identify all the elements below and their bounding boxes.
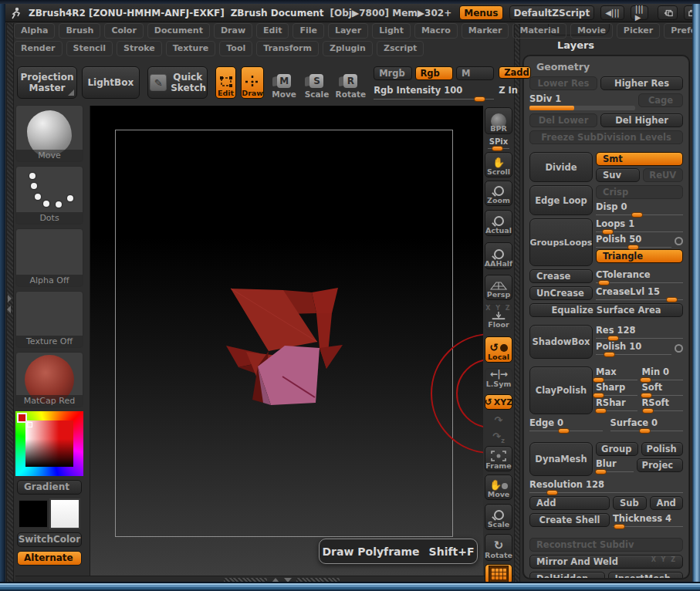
rgb-button[interactable]: Rgb	[415, 66, 453, 80]
menu-item-edit[interactable]: Edit	[256, 23, 289, 39]
add-button[interactable]: Add	[529, 496, 610, 510]
surface0-slider[interactable]: Surface 0	[610, 417, 684, 431]
polish10-slider[interactable]: Polish 10	[596, 341, 671, 355]
menu-item-brush[interactable]: Brush	[59, 23, 100, 39]
current-texture-thumbnail[interactable]: Texture Off	[15, 291, 83, 348]
menu-item-layer[interactable]: Layer	[328, 23, 368, 39]
zadd-button[interactable]: Zadd	[499, 66, 531, 79]
crease-button[interactable]: Crease	[529, 269, 593, 283]
del-lower-button[interactable]: Del Lower	[529, 113, 597, 127]
document-canvas[interactable]: Draw Polyframe Shift+F	[90, 106, 483, 576]
polish-button[interactable]: Polish	[641, 442, 684, 456]
menu-item-texture[interactable]: Texture	[166, 41, 216, 56]
menu-item-zscript[interactable]: Zscript	[377, 41, 424, 56]
reconstruct-subdiv-button[interactable]: Reconstruct Subdiv	[529, 538, 683, 552]
current-brush-thumbnail[interactable]: Move	[15, 105, 83, 162]
gradient-button[interactable]: Gradient	[17, 480, 82, 495]
and-button[interactable]: And	[650, 496, 684, 510]
local-button[interactable]: ↺ Local	[485, 336, 512, 363]
menu-item-zplugin[interactable]: Zplugin	[323, 41, 373, 56]
shadowbox-button[interactable]: ShadowBox	[529, 325, 593, 359]
polish10-toggle[interactable]	[675, 344, 683, 353]
draw-button[interactable]: Draw	[241, 66, 264, 99]
divider-close-arrow-icon[interactable]	[7, 306, 11, 313]
create-shell-button[interactable]: Create Shell	[529, 513, 610, 527]
zoom-button[interactable]: Zoom	[485, 181, 512, 206]
rotate-y-icon[interactable]: ↷	[485, 414, 512, 426]
secondary-color-swatch[interactable]	[49, 498, 80, 529]
menu-item-draw[interactable]: Draw	[214, 23, 252, 39]
lower-res-button[interactable]: Lower Res	[529, 76, 597, 90]
window-border-right[interactable]	[692, 4, 700, 582]
floor-button[interactable]: X Y Z Floor	[485, 304, 512, 330]
rsoft-slider[interactable]: RSoft	[642, 397, 684, 411]
del-higher-button[interactable]: Del Higher	[600, 113, 683, 127]
default-zscript-button[interactable]: DefaultZScript	[509, 5, 595, 20]
rshar-slider[interactable]: RShar	[596, 397, 637, 411]
scroll-right-button[interactable]: |||▶	[631, 5, 648, 20]
rgb-intensity-slider[interactable]: Rgb Intensity 100	[374, 83, 494, 100]
smt-button[interactable]: Smt	[596, 152, 683, 166]
resolution-slider[interactable]: Resolution 128	[529, 479, 683, 493]
edit-button[interactable]: Edit	[215, 66, 236, 99]
layers-palette-title[interactable]: Layers	[557, 39, 594, 51]
main-color-swatch[interactable]	[19, 500, 48, 528]
persp-button[interactable]: Persp	[485, 275, 512, 300]
color-picker[interactable]	[15, 411, 83, 476]
scale-tool-button[interactable]: S Scale	[303, 66, 330, 99]
strip-scale-button[interactable]: Scale	[485, 504, 512, 530]
menu-item-color[interactable]: Color	[104, 23, 143, 39]
insertmesh-button[interactable]: InsertMesh	[608, 572, 684, 579]
min-slider[interactable]: Min 0	[642, 366, 684, 380]
dynamesh-button[interactable]: DynaMesh	[529, 442, 593, 476]
sub-button[interactable]: Sub	[613, 496, 647, 510]
frame-button[interactable]: Frame	[485, 446, 512, 471]
creaselvl-slider[interactable]: CreaseLvl 15	[596, 286, 683, 300]
sharp-slider[interactable]: Sharp	[596, 382, 637, 396]
alternate-button[interactable]: Alternate	[17, 551, 82, 566]
scroll-button[interactable]: ✋ Scroll	[485, 152, 512, 177]
lightbox-button[interactable]: LightBox	[82, 66, 140, 99]
right-tray-divider[interactable]	[514, 23, 520, 582]
soft-slider[interactable]: Soft	[642, 382, 684, 396]
res128-slider[interactable]: Res 128	[596, 325, 683, 339]
equalize-surface-area-button[interactable]: Equalize Surface Area	[529, 303, 683, 317]
edge0-slider[interactable]: Edge 0	[529, 417, 603, 431]
actual-button[interactable]: Actual	[485, 210, 512, 236]
menu-item-marker[interactable]: Marker	[462, 23, 509, 39]
menu-item-transform[interactable]: Transform	[256, 41, 319, 56]
rgb-intensity-handle[interactable]	[474, 96, 485, 102]
geometry-section-title[interactable]: Geometry	[536, 61, 688, 73]
saturation-value-square[interactable]	[25, 420, 73, 467]
switch-color-button[interactable]: SwitchColor	[17, 532, 82, 547]
project-button[interactable]: Projec	[637, 458, 684, 472]
menu-item-picker[interactable]: Picker	[617, 23, 660, 39]
move-tool-button[interactable]: M Move	[270, 66, 298, 99]
groupsloops-button[interactable]: GroupsLoops	[529, 218, 593, 266]
xyz-button[interactable]: ↺ XYZ	[485, 394, 512, 410]
left-tray-divider[interactable]	[6, 23, 14, 582]
projection-master-button[interactable]: Projection Master	[17, 66, 77, 99]
sculpt-model[interactable]	[209, 278, 364, 417]
m-button[interactable]: M	[456, 66, 494, 80]
menu-item-render[interactable]: Render	[14, 41, 63, 56]
thickness-slider[interactable]: Thickness 4	[613, 513, 683, 527]
cage-button[interactable]: Cage	[638, 93, 683, 107]
loops-slider[interactable]: Loops 1	[596, 218, 683, 232]
scroll-left-button[interactable]: ◀|||	[600, 5, 624, 20]
menu-item-movie[interactable]: Movie	[570, 23, 613, 39]
menus-button[interactable]: Menus	[459, 5, 502, 20]
sdiv-slider[interactable]: SDiv 1	[529, 93, 635, 110]
ctolerance-slider[interactable]: CTolerance	[596, 269, 683, 283]
blur-slider[interactable]: Blur	[596, 458, 634, 472]
menu-item-tool[interactable]: Tool	[219, 41, 252, 56]
higher-res-button[interactable]: Higher Res	[600, 76, 683, 90]
max-slider[interactable]: Max	[596, 366, 637, 380]
delhidden-button[interactable]: DelHidden	[529, 572, 605, 579]
menu-item-document[interactable]: Document	[147, 23, 210, 39]
menu-item-alpha[interactable]: Alpha	[14, 23, 55, 39]
strip-move-button[interactable]: ✋ Move	[485, 474, 512, 500]
edge-loop-button[interactable]: Edge Loop	[529, 185, 593, 215]
lsym-button[interactable]: ←|→ L.Sym	[485, 368, 512, 390]
menu-item-macro[interactable]: Macro	[414, 23, 458, 39]
